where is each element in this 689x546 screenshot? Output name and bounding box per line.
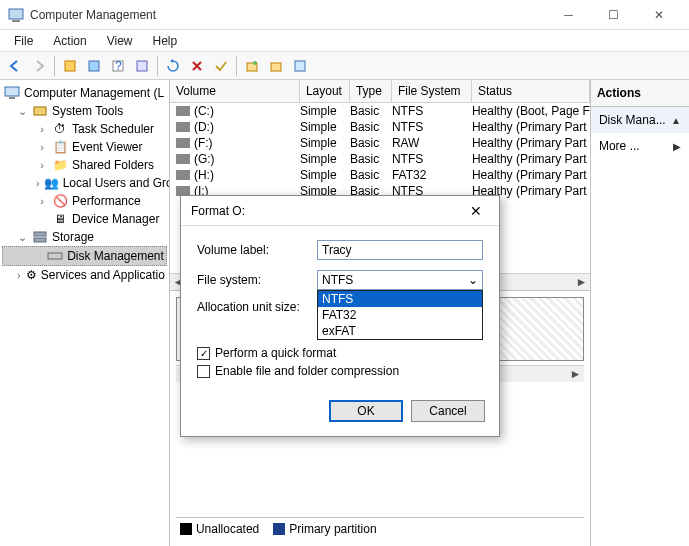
checkbox-icon: ✓	[197, 347, 210, 360]
dialog-close-button[interactable]: ✕	[463, 203, 489, 219]
quick-format-checkbox[interactable]: ✓ Perform a quick format	[197, 346, 483, 360]
volume-label-input[interactable]	[317, 240, 483, 260]
cell-layout: Simple	[300, 152, 350, 166]
toolbar-icon-3[interactable]: ?	[107, 55, 129, 77]
tree-label: Device Manager	[72, 212, 159, 226]
tree-label: Event Viewer	[72, 140, 142, 154]
menu-help[interactable]: Help	[143, 32, 188, 50]
cell-type: Basic	[350, 104, 392, 118]
expand-icon[interactable]: ›	[36, 159, 48, 171]
svg-rect-9	[271, 63, 281, 71]
table-row[interactable]: (D:)SimpleBasicNTFSHealthy (Primary Part	[170, 119, 590, 135]
close-button[interactable]: ✕	[636, 0, 681, 30]
toolbar-icon-6[interactable]	[265, 55, 287, 77]
computer-icon	[4, 85, 20, 101]
actions-label: Disk Mana...	[599, 113, 666, 127]
compression-checkbox[interactable]: Enable file and folder compression	[197, 364, 483, 378]
svg-point-8	[253, 61, 257, 65]
toolbar-icon-7[interactable]	[289, 55, 311, 77]
cell-type: Basic	[350, 152, 392, 166]
table-row[interactable]: (F:)SimpleBasicRAWHealthy (Primary Part	[170, 135, 590, 151]
tree-performance[interactable]: ›🚫Performance	[2, 192, 167, 210]
cell-status: Healthy (Primary Part	[472, 136, 590, 150]
cell-volume: (D:)	[194, 120, 214, 134]
filesystem-value: NTFS	[322, 273, 353, 287]
tree-disk-management[interactable]: Disk Management	[2, 246, 167, 266]
toolbar-icon-2[interactable]	[83, 55, 105, 77]
refresh-icon[interactable]	[162, 55, 184, 77]
expand-icon[interactable]: ›	[36, 123, 48, 135]
menu-action[interactable]: Action	[43, 32, 96, 50]
check-icon[interactable]	[210, 55, 232, 77]
tree-shared-folders[interactable]: ›📁Shared Folders	[2, 156, 167, 174]
cell-status: Healthy (Primary Part	[472, 168, 590, 182]
svg-rect-14	[34, 232, 46, 236]
actions-disk-mgmt[interactable]: Disk Mana...▲	[591, 107, 689, 133]
cell-type: Basic	[350, 120, 392, 134]
fs-option-exfat[interactable]: exFAT	[318, 323, 482, 339]
tree-system-tools[interactable]: ⌄ System Tools	[2, 102, 167, 120]
menubar: File Action View Help	[0, 30, 689, 52]
filesystem-select[interactable]: NTFS ⌄ NTFS FAT32 exFAT	[317, 270, 483, 290]
tree-label: System Tools	[52, 104, 123, 118]
toolbar-icon-4[interactable]	[131, 55, 153, 77]
back-button[interactable]	[4, 55, 26, 77]
ok-button[interactable]: OK	[329, 400, 403, 422]
legend-primary: Primary partition	[273, 522, 376, 536]
actions-header: Actions	[591, 80, 689, 107]
legend-label: Unallocated	[196, 522, 259, 536]
chevron-down-icon: ⌄	[468, 273, 478, 287]
toolbar-icon-1[interactable]	[59, 55, 81, 77]
quick-format-label: Perform a quick format	[215, 346, 336, 360]
scroll-right-icon[interactable]: ►	[573, 274, 590, 290]
col-layout[interactable]: Layout	[300, 80, 350, 102]
tree-services[interactable]: ›⚙Services and Applicatio	[2, 266, 167, 284]
tree-task-scheduler[interactable]: ›⏱Task Scheduler	[2, 120, 167, 138]
collapse-icon[interactable]: ⌄	[16, 105, 28, 118]
cell-layout: Simple	[300, 120, 350, 134]
table-row[interactable]: (H:)SimpleBasicFAT32Healthy (Primary Par…	[170, 167, 590, 183]
expand-icon[interactable]: ›	[36, 177, 40, 189]
actions-more[interactable]: More ...▶	[591, 133, 689, 159]
collapse-icon[interactable]: ⌄	[16, 231, 28, 244]
minimize-button[interactable]: ─	[546, 0, 591, 30]
col-type[interactable]: Type	[350, 80, 392, 102]
tree-label: Services and Applicatio	[41, 268, 165, 282]
table-row[interactable]: (C:)SimpleBasicNTFSHealthy (Boot, Page F	[170, 103, 590, 119]
expand-icon[interactable]: ›	[36, 141, 48, 153]
expand-icon[interactable]: ›	[16, 269, 22, 281]
col-status[interactable]: Status	[472, 80, 590, 102]
filesystem-dropdown: NTFS FAT32 exFAT	[317, 290, 483, 340]
delete-icon[interactable]	[186, 55, 208, 77]
app-icon	[8, 7, 24, 23]
tools-icon	[32, 103, 48, 119]
maximize-button[interactable]: ☐	[591, 0, 636, 30]
tree-storage[interactable]: ⌄ Storage	[2, 228, 167, 246]
scroll-right-icon[interactable]: ►	[567, 366, 584, 382]
cell-status: Healthy (Primary Part	[472, 152, 590, 166]
perf-icon: 🚫	[52, 193, 68, 209]
tree-event-viewer[interactable]: ›📋Event Viewer	[2, 138, 167, 156]
expand-icon[interactable]: ›	[36, 195, 48, 207]
tree-label: Performance	[72, 194, 141, 208]
menu-view[interactable]: View	[97, 32, 143, 50]
tree-device-manager[interactable]: 🖥Device Manager	[2, 210, 167, 228]
menu-file[interactable]: File	[4, 32, 43, 50]
cell-status: Healthy (Primary Part	[472, 120, 590, 134]
cell-volume: (C:)	[194, 104, 214, 118]
legend-label: Primary partition	[289, 522, 376, 536]
col-volume[interactable]: Volume	[170, 80, 300, 102]
fs-option-fat32[interactable]: FAT32	[318, 307, 482, 323]
table-row[interactable]: (G:)SimpleBasicNTFSHealthy (Primary Part	[170, 151, 590, 167]
tree-label: Local Users and Gro	[63, 176, 170, 190]
toolbar-icon-5[interactable]	[241, 55, 263, 77]
compression-label: Enable file and folder compression	[215, 364, 399, 378]
tree-label: Disk Management	[67, 249, 164, 263]
svg-rect-10	[295, 61, 305, 71]
forward-button[interactable]	[28, 55, 50, 77]
tree-root[interactable]: Computer Management (L	[2, 84, 167, 102]
fs-option-ntfs[interactable]: NTFS	[318, 291, 482, 307]
cancel-button[interactable]: Cancel	[411, 400, 485, 422]
col-filesystem[interactable]: File System	[392, 80, 472, 102]
tree-local-users[interactable]: ›👥Local Users and Gro	[2, 174, 167, 192]
